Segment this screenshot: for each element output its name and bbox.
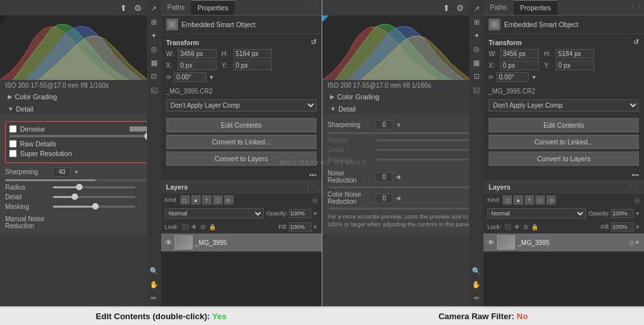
right-tab-paths[interactable]: Paths — [483, 0, 514, 15]
left-angle-input[interactable] — [174, 72, 206, 82]
right-filter-smart[interactable]: ⊙ — [547, 195, 556, 204]
left-layers-menu-icon[interactable]: ⋮⋮ — [305, 184, 317, 190]
right-tool-eyedropper[interactable]: ✏ — [471, 292, 482, 304]
right-detail-header[interactable]: ▼ Detail 👁 — [322, 103, 483, 115]
right-sharpening-slider[interactable] — [327, 132, 478, 134]
right-tool-cursor[interactable]: ↗ — [471, 3, 482, 14]
left-tool-hand[interactable]: ✋ — [148, 279, 160, 290]
right-lock-checker[interactable]: ⬛ — [504, 223, 512, 231]
left-cr-settings-icon[interactable]: ⚙ — [133, 3, 143, 13]
right-btn-convert-linked[interactable]: Convert to Linked... — [489, 135, 639, 149]
right-tool-crop[interactable]: ⊞ — [471, 16, 482, 28]
right-lock-artboard[interactable]: ⊞ — [522, 223, 530, 231]
left-fill-input[interactable] — [289, 222, 311, 231]
left-btn-edit-contents[interactable]: Edit Contents — [166, 118, 317, 132]
left-tool-zoom[interactable]: 🔍 — [148, 265, 160, 277]
right-lock-all[interactable]: 🔒 — [531, 223, 539, 231]
right-transform-x-input[interactable] — [500, 61, 539, 70]
right-filter-pixel[interactable]: ◻ — [503, 195, 512, 204]
left-filter-text[interactable]: T — [202, 195, 211, 204]
left-filter-shape[interactable]: ⬡ — [213, 195, 222, 204]
left-transform-y-input[interactable] — [233, 61, 272, 70]
right-tab-properties[interactable]: Properties — [514, 0, 558, 15]
left-tool-heal[interactable]: ✦ — [148, 30, 160, 41]
left-ps-dots-btn[interactable]: ••• — [309, 171, 317, 179]
left-lock-move[interactable]: ✚ — [190, 223, 198, 231]
right-transform-refresh[interactable]: ↺ — [633, 38, 639, 46]
left-tab-paths[interactable]: Paths — [161, 0, 191, 15]
left-filter-toggle[interactable]: ◎ — [312, 197, 318, 204]
right-layer-comp-select[interactable]: Don't Apply Layer Comp — [489, 99, 639, 112]
right-fill-input[interactable] — [611, 222, 634, 231]
right-angle-input[interactable] — [496, 72, 529, 82]
left-btn-convert-layers[interactable]: Convert to Layers — [166, 152, 317, 166]
left-filter-smart[interactable]: ⊙ — [224, 195, 233, 204]
left-transform-refresh[interactable]: ↺ — [311, 38, 317, 46]
right-transform-y-input[interactable] — [556, 61, 594, 70]
left-detail-track[interactable] — [53, 196, 135, 198]
left-cr-export-icon[interactable]: ⬆ — [119, 3, 129, 13]
right-fill-arrow[interactable]: ▼ — [635, 224, 640, 230]
left-btn-convert-linked[interactable]: Convert to Linked... — [166, 135, 317, 149]
right-opacity-input[interactable] — [611, 209, 634, 218]
left-raw-details-checkbox[interactable] — [9, 140, 17, 148]
left-tool-cursor[interactable]: ↗ — [148, 3, 160, 14]
right-tool-filter3[interactable]: ◱ — [471, 84, 482, 95]
left-lock-checker[interactable]: ⬛ — [181, 223, 189, 231]
left-radius-track[interactable] — [53, 186, 135, 188]
right-lock-move[interactable]: ✚ — [513, 223, 521, 231]
left-transform-w-input[interactable] — [178, 49, 217, 59]
left-masking-track[interactable] — [53, 206, 135, 208]
left-layer-comp-select[interactable]: Don't Apply Layer Comp — [166, 99, 317, 112]
left-tool-filter3[interactable]: ◱ — [148, 84, 160, 95]
left-filter-pixel[interactable]: ◻ — [181, 195, 190, 204]
right-blend-select[interactable]: Normal — [487, 208, 586, 219]
left-sharpening-slider[interactable] — [5, 179, 156, 181]
left-denoise-checkbox[interactable] — [9, 125, 17, 133]
right-noise-reduction-slider[interactable] — [327, 186, 478, 188]
right-cr-settings-icon[interactable]: ⚙ — [455, 3, 465, 13]
right-layers-menu-icon[interactable]: ⋮⋮ — [627, 184, 639, 190]
left-transform-x-input[interactable] — [178, 61, 217, 70]
left-filter-adjust[interactable]: ▲ — [191, 195, 200, 204]
right-btn-convert-layers[interactable]: Convert to Layers — [489, 152, 639, 166]
left-opacity-arrow[interactable]: ▼ — [313, 211, 318, 217]
right-filter-text[interactable]: T — [525, 195, 534, 204]
right-tool-zoom[interactable]: 🔍 — [471, 265, 482, 277]
left-super-res-checkbox[interactable] — [9, 150, 17, 157]
right-ps-tab-dots[interactable]: ⋮⋮ — [627, 0, 644, 15]
right-filter-shape[interactable]: ⬡ — [536, 195, 545, 204]
left-opacity-input[interactable] — [289, 209, 311, 218]
left-tab-properties[interactable]: Properties — [191, 0, 235, 15]
right-layer-extra-icon[interactable]: ◎▼ — [629, 239, 640, 246]
right-filter-toggle[interactable]: ◎ — [634, 197, 640, 204]
right-color-noise-arrow[interactable]: ◀ — [396, 195, 400, 201]
right-transform-w-input[interactable] — [500, 49, 539, 59]
left-tool-crop[interactable]: ⊞ — [148, 16, 160, 28]
left-ps-tab-dots[interactable]: ⋮⋮ — [305, 0, 322, 15]
right-tool-heal[interactable]: ✦ — [471, 30, 482, 41]
left-tool-filter1[interactable]: ▦ — [148, 57, 160, 68]
right-noise-reduction-arrow[interactable]: ◀ — [396, 173, 400, 180]
left-lock-all[interactable]: 🔒 — [208, 223, 216, 231]
right-btn-edit-contents[interactable]: Edit Contents — [489, 118, 639, 132]
right-cr-export-icon[interactable]: ⬆ — [441, 3, 451, 13]
right-tool-filter2[interactable]: ⊡ — [471, 70, 482, 82]
right-layer-eye[interactable]: 👁 — [487, 239, 494, 246]
right-color-grading-header[interactable]: ▶ Color Grading 👁 — [322, 91, 483, 103]
left-detail-header[interactable]: ▼ Detail 👁 — [0, 103, 161, 115]
left-tool-eyedropper[interactable]: ✏ — [148, 292, 160, 304]
right-ps-dots-btn[interactable]: ••• — [631, 171, 639, 179]
left-color-grading-header[interactable]: ▶ Color Grading 👁 — [0, 91, 161, 103]
right-tool-filter1[interactable]: ▦ — [471, 57, 482, 68]
right-angle-dropdown[interactable]: ▼ — [531, 74, 537, 81]
right-transform-h-input[interactable] — [556, 49, 594, 59]
left-transform-h-input[interactable] — [233, 49, 272, 59]
left-layer-item[interactable]: 👁 _MG_3995 — [161, 233, 322, 251]
left-denoise-slider[interactable] — [9, 135, 152, 137]
right-opacity-arrow[interactable]: ▼ — [635, 211, 640, 217]
left-angle-dropdown[interactable]: ▼ — [209, 74, 215, 81]
left-lock-artboard[interactable]: ⊞ — [199, 223, 207, 231]
right-color-noise-slider[interactable] — [327, 208, 478, 210]
left-fill-arrow[interactable]: ▼ — [313, 224, 318, 230]
